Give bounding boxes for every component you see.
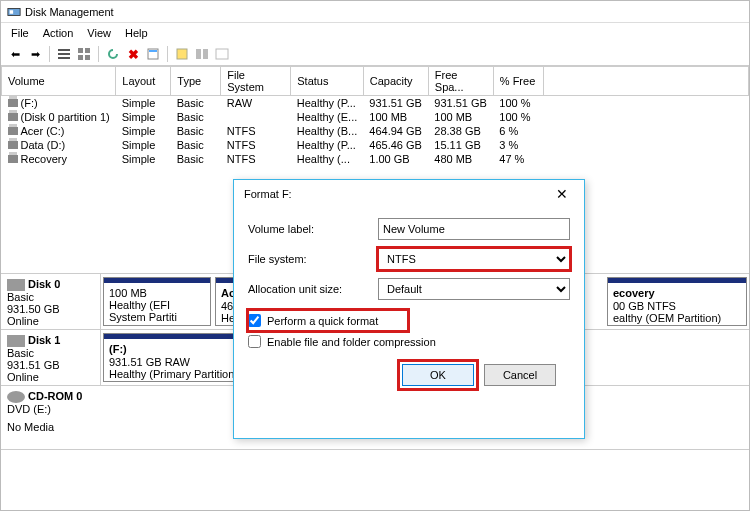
menu-view[interactable]: View: [81, 25, 117, 41]
dialog-title: Format F:: [244, 188, 292, 200]
cancel-button[interactable]: Cancel: [484, 364, 556, 386]
filesystem-select[interactable]: NTFS: [378, 248, 570, 270]
forward-icon[interactable]: ➡: [27, 46, 43, 62]
table-row[interactable]: (Disk 0 partition 1)SimpleBasicHealthy (…: [2, 110, 749, 124]
table-row[interactable]: Acer (C:)SimpleBasicNTFSHealthy (B...464…: [2, 124, 749, 138]
delete-icon[interactable]: ✖: [125, 46, 141, 62]
toolbar: ⬅ ➡ ✖: [1, 43, 749, 66]
titlebar: Disk Management: [1, 1, 749, 23]
format-dialog: Format F: ✕ Volume label: File system: N…: [233, 179, 585, 439]
svg-rect-4: [58, 57, 70, 59]
disk0-part1[interactable]: 100 MBHealthy (EFI System Partiti: [103, 277, 211, 326]
col-capacity[interactable]: Capacity: [363, 67, 428, 96]
quick-format-row[interactable]: Perform a quick format: [248, 310, 408, 331]
grid-icon[interactable]: [76, 46, 92, 62]
disk0-label: Disk 0 Basic 931.50 GB Online: [1, 274, 101, 329]
svg-rect-2: [58, 49, 70, 51]
svg-rect-8: [85, 55, 90, 60]
svg-rect-12: [196, 49, 201, 59]
col-status[interactable]: Status: [291, 67, 364, 96]
layout-icon[interactable]: [194, 46, 210, 62]
svg-rect-1: [10, 10, 14, 14]
col-layout[interactable]: Layout: [116, 67, 171, 96]
cdrom-icon: [7, 391, 25, 403]
compression-label: Enable file and folder compression: [267, 336, 436, 348]
allocation-label: Allocation unit size:: [248, 283, 378, 295]
svg-rect-5: [78, 48, 83, 53]
allocation-select[interactable]: Default: [378, 278, 570, 300]
svg-rect-10: [149, 50, 157, 52]
detail-icon[interactable]: [214, 46, 230, 62]
quick-format-label: Perform a quick format: [267, 315, 378, 327]
svg-rect-13: [203, 49, 208, 59]
disk0-part3[interactable]: ecovery00 GB NTFSealthy (OEM Partition): [607, 277, 747, 326]
table-header-row: Volume Layout Type File System Status Ca…: [2, 67, 749, 96]
menu-action[interactable]: Action: [37, 25, 80, 41]
volume-table: Volume Layout Type File System Status Ca…: [1, 66, 749, 166]
compression-row[interactable]: Enable file and folder compression: [248, 331, 570, 352]
app-icon: [7, 5, 21, 19]
col-pct[interactable]: % Free: [493, 67, 543, 96]
properties-icon[interactable]: [145, 46, 161, 62]
svg-rect-14: [216, 49, 228, 59]
menu-file[interactable]: File: [5, 25, 35, 41]
col-type[interactable]: Type: [171, 67, 221, 96]
svg-rect-7: [78, 55, 83, 60]
help-icon[interactable]: [174, 46, 190, 62]
close-icon[interactable]: ✕: [550, 186, 574, 202]
svg-rect-3: [58, 53, 70, 55]
table-row[interactable]: RecoverySimpleBasicNTFSHealthy (...1.00 …: [2, 152, 749, 166]
ok-button[interactable]: OK: [402, 364, 474, 386]
disk1-label: Disk 1 Basic 931.51 GB Online: [1, 330, 101, 385]
svg-rect-11: [177, 49, 187, 59]
table-row[interactable]: Data (D:)SimpleBasicNTFSHealthy (P...465…: [2, 138, 749, 152]
volume-label-input[interactable]: [378, 218, 570, 240]
svg-rect-6: [85, 48, 90, 53]
disk-icon: [7, 279, 25, 291]
window-title: Disk Management: [25, 6, 114, 18]
quick-format-checkbox[interactable]: [248, 314, 261, 327]
disk-icon: [7, 335, 25, 347]
menubar: File Action View Help: [1, 23, 749, 43]
col-volume[interactable]: Volume: [2, 67, 116, 96]
back-icon[interactable]: ⬅: [7, 46, 23, 62]
col-spacer: [543, 67, 748, 96]
col-free[interactable]: Free Spa...: [428, 67, 493, 96]
menu-help[interactable]: Help: [119, 25, 154, 41]
col-fs[interactable]: File System: [221, 67, 291, 96]
volume-label-label: Volume label:: [248, 223, 378, 235]
filesystem-label: File system:: [248, 253, 378, 265]
refresh-icon[interactable]: [105, 46, 121, 62]
list-icon[interactable]: [56, 46, 72, 62]
compression-checkbox[interactable]: [248, 335, 261, 348]
table-row[interactable]: (F:)SimpleBasicRAWHealthy (P...931.51 GB…: [2, 96, 749, 111]
